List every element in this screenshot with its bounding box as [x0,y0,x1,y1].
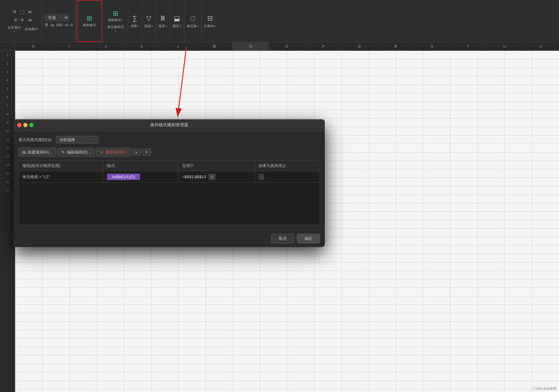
dialog-title: 条件格式规则管理器 [150,122,188,128]
show-rules-dropdown[interactable]: 当前选择 [56,136,98,143]
filter-btn[interactable]: ▽ [145,14,153,23]
row-4: 4 [0,76,15,85]
cell-section: □ 单元格 ▾ [184,0,202,42]
cell-label: 单元格 [187,24,197,28]
watermark: CSDN @@素素 [533,386,557,391]
row-10: 10 [0,127,15,135]
row-12: 12 [0,144,15,152]
sum-section: ∑ 求和 ▾ [128,0,142,42]
minimize-button[interactable] [23,123,27,127]
row-16: 16 [0,178,15,186]
row-numbers: 1 2 3 4 5 6 7 8 9 10 11 12 13 14 15 16 1… [0,51,15,392]
rule-col-header: 规则(按所示顺序应用) [19,161,103,171]
maximize-button[interactable] [29,123,34,127]
dialog-titlebar: 条件格式规则管理器 [14,119,325,131]
rule-text-cell: 单元格值 = "L2" [19,171,103,183]
new-rule-btn[interactable]: ⊞ 新建规则(N)... [18,148,56,157]
edit-rule-btn[interactable]: ✎ 编辑规则(E)... [57,148,95,157]
row-3: 3 [0,68,15,76]
sort-btn[interactable]: Ⅲ [159,14,166,23]
move-up-btn[interactable]: ▲ [132,149,141,156]
col-l: L [160,42,196,50]
row-9: 9 [0,118,15,127]
row-14: 14 [0,161,15,169]
dialog-body: 显示其格式规则(S): 当前选择 ⌃ ⊞ 新建规则(N)... ✎ 编辑规则(E… [14,131,325,230]
conditional-format-dialog[interactable]: 条件格式规则管理器 显示其格式规则(S): 当前选择 ⌃ ⊞ 新建规则(N)..… [14,119,325,247]
row-13: 13 [0,152,15,161]
percent-btn[interactable]: % [51,23,54,27]
stop-if-true-checkbox[interactable] [259,174,264,180]
format-dropdown[interactable]: 常规 [45,14,69,21]
conditional-format-section: ⊞ 条件格式 [77,0,102,42]
move-down-btn[interactable]: ▼ [142,149,151,156]
format-preview-cell: AaBbCcYyZz [103,171,178,183]
conditional-format-btn[interactable]: ⊞ 条件格式 [80,13,99,29]
table-style-label: 表格样式 [108,18,121,22]
apply-range-cell: =$B$1:$B$13 ⊡ [178,171,255,183]
range-select-btn[interactable]: ⊡ [208,174,216,180]
indent-increase-btn[interactable]: ⇥ [26,16,33,24]
filter-icon: ▽ [146,14,151,22]
empty-rules-area[interactable] [18,183,320,225]
decimal-decrease-btn[interactable]: -0 [70,23,73,27]
sort-section: Ⅲ 排序 ▾ [156,0,170,42]
table-style-btn[interactable]: ⊞ 表格样式 ▾ [106,9,125,23]
fill-btn[interactable]: ⬓ [172,14,182,23]
show-rules-label: 显示其格式规则(S): [18,137,52,143]
filter-label: 筛选 [144,24,151,28]
delete-rule-icon: ✕ [100,150,104,155]
close-button[interactable] [17,123,21,127]
format-preview-swatch: AaBbCcYyZz [107,174,140,180]
stop-if-true-col-header: 如果为真则停止 [255,161,320,171]
cell-btn[interactable]: □ [189,14,196,23]
wrap-text-btn[interactable]: 自动换行 [23,26,40,32]
fill-label: 填充 [173,24,179,28]
decimal-increase-btn[interactable]: +0 [65,23,69,27]
align-left-btn[interactable]: ≡ [13,16,18,24]
sum-btn[interactable]: ∑ [131,14,139,23]
ok-btn[interactable]: 确定 [297,234,320,243]
conditional-format-icon: ⊞ [87,14,92,22]
align-middle-btn[interactable]: ⬚ [18,8,26,16]
styles-section: ⊞ 表格样式 ▾ 单元格样式 ▾ [103,0,128,42]
stop-if-true-cell [255,171,320,183]
align-top-btn[interactable]: ≡ [12,8,18,15]
align-center-btn[interactable]: ≡ [19,16,25,24]
delete-rule-btn[interactable]: ✕ 删除规则(D) [96,148,131,157]
cell-icon: □ [191,14,195,22]
table-style-icon: ⊞ [113,10,118,18]
col-p: P [305,42,341,50]
dialog-toolbar: ⊞ 新建规则(N)... ✎ 编辑规则(E)... ✕ 删除规则(D) ▲ ▼ [18,148,320,157]
edit-rule-icon: ✎ [61,150,65,155]
apply-to-col-header: 应用于 [178,161,255,171]
sort-icon: Ⅲ [160,14,165,22]
alignment-section: ≡ ⬚ ⇤ ≡ ≡ ⇥ [4,0,42,42]
delete-rule-label: 删除规则(D) [105,149,127,155]
dialog-footer: 取消 确定 [14,230,325,247]
col-h: H [15,42,51,50]
rule-row: 单元格值 = "L2" AaBbCcYyZz =$B$1:$B$13 ⊡ [19,171,320,183]
row-1: 1 [0,51,15,59]
new-rule-icon: ⊞ [22,150,26,155]
col-k: K [124,42,160,50]
col-v: V [523,42,559,50]
indent-decrease-btn[interactable]: ⇤ [27,8,34,16]
col-n: N [233,42,269,50]
show-rules-row: 显示其格式规则(S): 当前选择 ⌃ [18,136,320,143]
new-rule-label: 新建规则(N)... [28,149,52,155]
column-headers: H I J K L M N O P Q R S T U V [0,42,559,51]
apply-range-text: =$B$1:$B$13 [182,175,206,179]
merge-center-btn[interactable]: 合并居中 ▾ [6,24,22,34]
row-7: 7 [0,101,15,110]
thousands-btn[interactable]: 000 [57,23,63,27]
cell-style-btn[interactable]: 单元格样式 ▾ [106,24,125,34]
row-17: 17 [0,186,15,194]
show-rules-dropdown-wrapper: 当前选择 ⌃ [56,136,98,143]
conditional-format-label: 条件格式 [83,23,96,27]
row-col-section: ⊟ 行和列 ▾ [202,0,218,42]
filter-section: ▽ 筛选 ▾ [142,0,156,42]
cancel-btn[interactable]: 取消 [271,234,294,243]
merge-center-label: 合并居中 [8,25,21,30]
currency-btn[interactable]: 羊 [45,22,49,28]
row-col-btn[interactable]: ⊟ [206,14,214,23]
